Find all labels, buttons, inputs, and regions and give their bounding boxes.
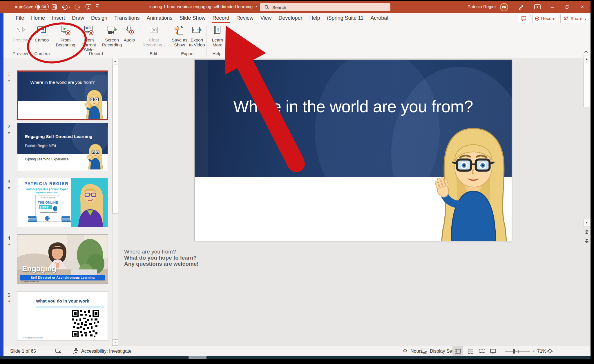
slide-sorter-view-button[interactable] xyxy=(466,346,476,356)
tab-ispring-suite[interactable]: iSpring Suite 11 xyxy=(323,13,367,23)
slide-2-number: 2 xyxy=(8,124,10,130)
zoom-in-button[interactable]: + xyxy=(532,346,535,356)
slide-thumbnail-5[interactable]: What you do in your work xyxy=(17,291,108,341)
thumbnail-scroll-up-button[interactable]: ▲ xyxy=(112,58,118,64)
slide-3-animation-star-icon: ★ xyxy=(8,186,11,190)
tab-developer[interactable]: Developer xyxy=(275,13,306,23)
ribbon-separator xyxy=(168,26,168,56)
taskbar-strip xyxy=(0,356,594,359)
save-icon[interactable] xyxy=(50,3,59,11)
ribbon-record-tab-content: Preview Cameo FromBeginning FromCurrent … xyxy=(3,23,591,58)
tab-design[interactable]: Design xyxy=(88,13,111,23)
ribbon-separator xyxy=(207,26,207,56)
ribbon-tab-row: File Home Insert Draw Design Transitions… xyxy=(3,13,591,23)
tab-view[interactable]: View xyxy=(257,13,275,23)
fit-slide-to-window-button[interactable] xyxy=(547,346,553,356)
share-button[interactable]: Share ∨ xyxy=(560,14,589,23)
undo-icon[interactable] xyxy=(60,3,69,11)
tab-file[interactable]: File xyxy=(12,13,28,23)
tab-review[interactable]: Review xyxy=(233,13,257,23)
next-slide-button[interactable] xyxy=(584,237,590,244)
thumb-5-underline xyxy=(36,307,104,307)
ink-pen-icon[interactable] xyxy=(517,3,526,11)
ribbon-display-options-icon[interactable] xyxy=(533,3,542,11)
record-from-beginning-button[interactable]: FromBeginning xyxy=(55,25,77,47)
slide-thumbnail-2[interactable]: Engaging Self-Directed Learning Patricia… xyxy=(17,123,108,171)
notes-line-1[interactable]: Where are you from? xyxy=(124,249,176,255)
thumb-5-copyright: © Regier Education Inc. xyxy=(23,337,43,339)
autosave-toggle[interactable]: Off xyxy=(35,4,49,10)
qat-customize-icon[interactable] xyxy=(95,4,99,8)
tab-help[interactable]: Help xyxy=(306,13,323,23)
proofing-status-icon[interactable] xyxy=(55,346,62,356)
minimize-button[interactable]: ─ xyxy=(546,2,558,12)
tab-acrobat[interactable]: Acrobat xyxy=(367,13,392,23)
canvas-scroll-up-button[interactable]: ▲ xyxy=(584,55,590,63)
tab-slide-show[interactable]: Slide Show xyxy=(176,13,209,23)
thumb-5-title: What you do in your work xyxy=(36,298,89,303)
previous-slide-button[interactable] xyxy=(584,229,590,236)
slide-4-number: 4 xyxy=(8,236,10,241)
accessibility-status[interactable]: Accessibility: Investigate xyxy=(73,346,131,356)
slide-thumbnail-1[interactable]: Where in the world are you from? xyxy=(17,70,108,120)
notes-icon xyxy=(402,348,408,354)
group-label-export: Export xyxy=(169,51,206,56)
reading-view-button[interactable] xyxy=(477,346,487,356)
main-slide-avatar[interactable] xyxy=(432,124,512,241)
screen-recording-button[interactable]: ScreenRecording xyxy=(102,25,122,47)
thumb-3-roles: Author | Speaker | Online Expert xyxy=(26,187,68,191)
search-input[interactable]: Search xyxy=(260,3,390,11)
zoom-slider-thumb[interactable] xyxy=(513,349,515,354)
thumbnail-scroll-down-button[interactable]: ▼ xyxy=(112,339,118,346)
learn-more-icon: ? xyxy=(212,25,223,36)
tab-transitions[interactable]: Transitions xyxy=(111,13,143,23)
canvas-scroll-down-button[interactable]: ▼ xyxy=(584,219,590,227)
record-presentation-button[interactable]: Record xyxy=(533,14,558,23)
group-label-edit: Edit xyxy=(140,51,167,56)
tab-record[interactable]: Record xyxy=(209,13,233,23)
slide-show-view-button[interactable] xyxy=(488,346,498,356)
notes-toggle[interactable]: Notes xyxy=(402,346,423,356)
export-to-video-button[interactable]: Exportto Video xyxy=(188,25,206,47)
tab-home[interactable]: Home xyxy=(28,13,48,23)
restore-button[interactable] xyxy=(562,2,573,12)
display-settings-icon xyxy=(421,348,428,354)
undo-dropdown-icon[interactable]: ∨ xyxy=(68,5,70,8)
from-beginning-icon xyxy=(60,25,71,36)
slide-thumbnail-4[interactable]: Engaging Self-Directed or Asynchronous L… xyxy=(17,234,108,284)
tab-animations[interactable]: Animations xyxy=(143,13,176,23)
thumbnail-scrollbar-thumb[interactable] xyxy=(112,65,118,213)
normal-view-button[interactable] xyxy=(452,346,463,356)
zoom-slider-track[interactable] xyxy=(505,351,530,352)
save-as-show-button[interactable]: Save asShow xyxy=(170,25,189,47)
comments-button[interactable] xyxy=(518,14,530,23)
learn-more-button[interactable]: ? LearnMore xyxy=(209,25,226,47)
close-button[interactable]: ✕ xyxy=(577,2,588,12)
clear-recording-icon xyxy=(148,25,160,36)
zoom-out-button[interactable]: − xyxy=(500,346,504,356)
slide-thumbnail-3[interactable]: PATRICIA REGIER Author | Speaker | Onlin… xyxy=(17,178,108,227)
record-from-current-slide-button[interactable]: FromCurrent Slide xyxy=(77,25,101,52)
slide-editing-canvas[interactable]: Where in the world are you from? xyxy=(194,59,512,241)
tab-insert[interactable]: Insert xyxy=(48,13,68,23)
audio-button[interactable]: Audio xyxy=(122,25,136,42)
title-bar: AutoSave Off ∨ ispring 1 hour webinar en… xyxy=(0,1,594,13)
notes-line-2[interactable]: What do you hope to learn? xyxy=(124,255,197,261)
main-slide-title[interactable]: Where in the world are you from? xyxy=(195,97,512,116)
autosave-label: AutoSave xyxy=(15,4,33,9)
ribbon-separator xyxy=(53,26,53,56)
cameo-icon xyxy=(36,25,47,36)
tab-draw[interactable]: Draw xyxy=(68,13,88,23)
canvas-scrollbar-thumb[interactable] xyxy=(584,63,590,107)
notes-line-3[interactable]: Any questions are welcome! xyxy=(124,261,199,267)
ribbon-separator xyxy=(139,26,139,56)
slideshow-qat-icon[interactable] xyxy=(84,3,93,11)
comment-icon xyxy=(521,16,527,21)
cameo-button[interactable]: Cameo xyxy=(32,25,51,42)
user-avatar[interactable]: PR xyxy=(500,3,508,11)
zoom-level[interactable]: 71% xyxy=(537,346,546,356)
thumb-3-mouse-graphic xyxy=(52,205,58,212)
slide-2-animation-star-icon: ★ xyxy=(8,131,11,135)
collapse-ribbon-icon[interactable] xyxy=(584,50,588,53)
thumb-3-name: PATRICIA REGIER xyxy=(24,181,68,186)
